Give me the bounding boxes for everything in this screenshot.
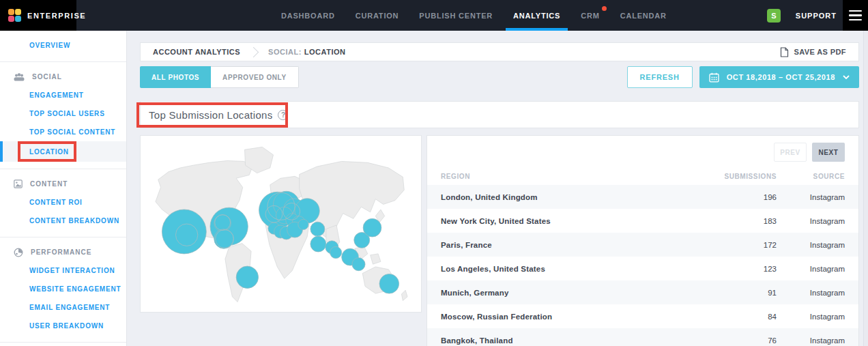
nav-item-crm[interactable]: CRM (581, 0, 599, 31)
locations-table: REGION SUBMISSIONS SOURCE London, United… (427, 167, 858, 346)
brand-logo[interactable]: ENTERPRISE (0, 0, 76, 31)
table-row: Moscow, Russian Federation 84 Instagram (427, 304, 858, 328)
sidebar-header-content: CONTENT (0, 175, 126, 193)
help-icon[interactable]: ? (278, 110, 288, 120)
chevron-right-icon (248, 46, 259, 57)
date-range-label: OCT 18,2018 – OCT 25,2018 (727, 73, 835, 81)
sidebar-section-performance: PERFORMANCE WIDGET INTERACTION WEBSITE E… (0, 237, 126, 342)
cell-submissions: 123 (674, 257, 777, 280)
divider (0, 342, 126, 343)
breadcrumb: ACCOUNT ANALYTICS SOCIAL: LOCATION SAVE … (140, 42, 859, 61)
save-as-pdf-button[interactable]: SAVE AS PDF (780, 47, 846, 57)
sidebar-item-location-label: LOCATION (29, 148, 69, 156)
sidebar-item-website-engagement[interactable]: WEBSITE ENGAGEMENT (0, 280, 126, 298)
document-icon (780, 47, 789, 57)
brand-grid-icon (8, 9, 21, 22)
photo-filter-toggle: ALL PHOTOS APPROVED ONLY (140, 66, 299, 88)
cell-source: Instagram (777, 257, 858, 280)
cell-region: London, United Kingdom (427, 185, 674, 209)
sidebar-section-overview: OVERVIEW (0, 31, 126, 61)
sidebar-item-widget-interaction[interactable]: WIDGET INTERACTION (0, 261, 126, 280)
sidebar-item-top-social-content[interactable]: TOP SOCIAL CONTENT (0, 123, 126, 141)
calendar-icon (709, 72, 719, 83)
nav-item-analytics[interactable]: ANALYTICS (513, 0, 560, 31)
nav-item-curation[interactable]: CURATION (356, 0, 399, 31)
save-as-pdf-label: SAVE AS PDF (794, 48, 846, 56)
sidebar-item-overview[interactable]: OVERVIEW (0, 36, 126, 55)
sidebar-item-engagement[interactable]: ENGAGEMENT (0, 86, 126, 104)
cell-region: Moscow, Russian Federation (427, 304, 674, 328)
column-header-source: SOURCE (777, 167, 858, 185)
sidebar-item-top-social-users[interactable]: TOP SOCIAL USERS (0, 104, 126, 123)
column-header-submissions: SUBMISSIONS (674, 167, 777, 185)
breadcrumb-current: LOCATION (304, 48, 346, 56)
column-header-region: REGION (427, 167, 674, 185)
date-range-picker[interactable]: OCT 18,2018 – OCT 25,2018 (699, 66, 859, 88)
sidebar-item-content-roi[interactable]: CONTENT ROI (0, 193, 126, 212)
cell-submissions: 91 (674, 280, 777, 304)
controls-right: REFRESH OCT 18,2018 – OCT 25,2018 (627, 66, 859, 88)
cell-region: Bangkok, Thailand (427, 328, 674, 346)
cell-submissions: 172 (674, 233, 777, 257)
users-icon (14, 73, 25, 81)
chevron-down-icon (843, 75, 850, 79)
nav-item-crm-label: CRM (581, 12, 599, 20)
page-title: Top Submission Locations (149, 109, 272, 121)
cell-source: Instagram (777, 185, 858, 209)
submission-map-panel (140, 135, 422, 313)
table-row: Munich, Germany 91 Instagram (427, 280, 858, 304)
sidebar-item-content-breakdown[interactable]: CONTENT BREAKDOWN (0, 212, 126, 230)
breadcrumb-account-analytics[interactable]: ACCOUNT ANALYTICS (153, 48, 240, 56)
filter-controls: ALL PHOTOS APPROVED ONLY REFRESH OCT 18,… (140, 66, 859, 88)
nav-item-publish-center[interactable]: PUBLISH CENTER (419, 0, 493, 31)
pagination: PREV NEXT (427, 143, 858, 162)
top-nav: ENTERPRISE DASHBOARD CURATION PUBLISH CE… (0, 0, 868, 31)
cell-submissions: 76 (674, 328, 777, 346)
sidebar-header-label: SOCIAL (32, 73, 62, 81)
cell-submissions: 183 (674, 209, 777, 233)
content-columns: PREV NEXT REGION SUBMISSIONS SOURCE Lond… (140, 135, 859, 346)
user-avatar[interactable]: S (767, 9, 781, 23)
sidebar-header-social: SOCIAL (0, 68, 126, 86)
sidebar-section-social: SOCIAL ENGAGEMENT TOP SOCIAL USERS TOP S… (0, 62, 126, 169)
image-icon (14, 179, 23, 188)
table-row: London, United Kingdom 196 Instagram (427, 185, 858, 209)
table-row: New York City, United States 183 Instagr… (427, 209, 858, 233)
nav-item-dashboard[interactable]: DASHBOARD (281, 0, 335, 31)
hamburger-menu-icon[interactable] (843, 0, 868, 31)
sidebar: OVERVIEW SOCIAL ENGAGEMENT TOP SOCIAL US… (0, 31, 127, 346)
table-header-row: REGION SUBMISSIONS SOURCE (427, 167, 858, 185)
notification-dot (602, 6, 607, 11)
cell-source: Instagram (777, 233, 858, 257)
scrollbar[interactable] (863, 31, 868, 346)
cell-source: Instagram (777, 280, 858, 304)
nav-menu: DASHBOARD CURATION PUBLISH CENTER ANALYT… (281, 0, 667, 31)
cell-region: Paris, France (427, 233, 674, 257)
gauge-icon (14, 248, 23, 257)
approved-only-button[interactable]: APPROVED ONLY (211, 66, 299, 88)
locations-table-panel: PREV NEXT REGION SUBMISSIONS SOURCE Lond… (426, 135, 859, 346)
cell-region: Los Angeles, United States (427, 257, 674, 280)
sidebar-item-email-engagement[interactable]: EMAIL ENGAGEMENT (0, 298, 126, 317)
breadcrumb-section-prefix: SOCIAL: (268, 48, 302, 56)
cell-region: New York City, United States (427, 209, 674, 233)
next-button[interactable]: NEXT (812, 143, 845, 162)
sidebar-header-performance: PERFORMANCE (0, 243, 126, 261)
world-bubble-map[interactable] (144, 139, 418, 308)
cell-submissions: 84 (674, 304, 777, 328)
all-photos-button[interactable]: ALL PHOTOS (140, 66, 211, 88)
cell-submissions: 196 (674, 185, 777, 209)
cell-source: Instagram (777, 304, 858, 328)
nav-item-calendar[interactable]: CALENDAR (620, 0, 667, 31)
sidebar-header-label: CONTENT (30, 180, 68, 188)
sidebar-item-user-breakdown[interactable]: USER BREAKDOWN (0, 317, 126, 335)
support-link[interactable]: SUPPORT (796, 12, 837, 20)
table-row: Paris, France 172 Instagram (427, 233, 858, 257)
refresh-button[interactable]: REFRESH (627, 66, 693, 88)
sidebar-item-location[interactable]: LOCATION (0, 141, 126, 162)
brand-name: ENTERPRISE (27, 12, 86, 20)
cell-source: Instagram (777, 328, 858, 346)
prev-button[interactable]: PREV (774, 143, 807, 162)
sidebar-section-content: CONTENT CONTENT ROI CONTENT BREAKDOWN (0, 169, 126, 237)
section-heading-panel: Top Submission Locations ? (140, 101, 859, 128)
